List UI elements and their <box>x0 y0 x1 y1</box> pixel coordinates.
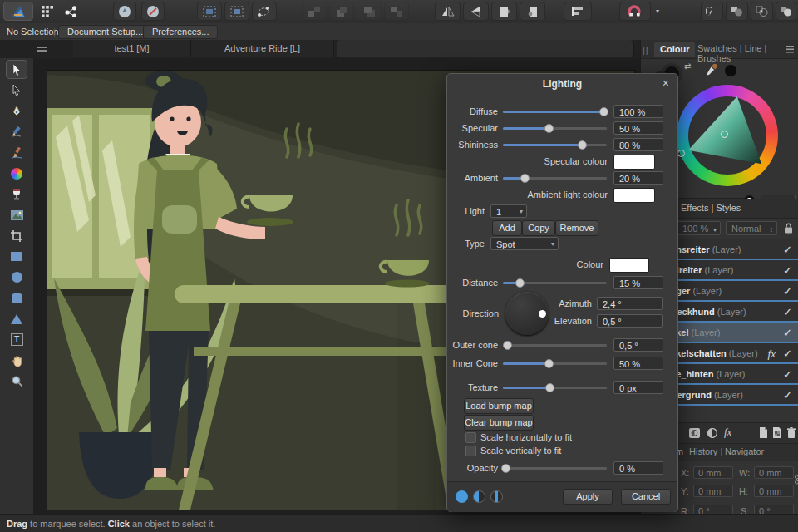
new-layer-icon[interactable] <box>759 427 768 438</box>
pentagon-slice-button[interactable] <box>141 2 165 21</box>
inner-cone-value[interactable]: 50 % <box>613 357 663 370</box>
y-field[interactable]: 0 mm <box>693 485 733 497</box>
opacity-value[interactable]: 0 % <box>613 461 663 475</box>
move-forward-one-button[interactable] <box>357 2 382 21</box>
tab-effects-styles[interactable]: Effects | Styles <box>681 203 741 213</box>
preview-full-icon[interactable] <box>456 490 468 503</box>
doc-tab-test1[interactable]: test1 [M] <box>73 40 191 57</box>
persona-grid-button[interactable] <box>37 2 58 21</box>
adjustment-icon[interactable] <box>707 428 717 438</box>
clear-bump-map-button[interactable]: Clear bump map <box>464 415 534 431</box>
boolean-add-button[interactable] <box>701 2 723 21</box>
texture-slider[interactable] <box>503 387 607 389</box>
apply-button[interactable]: Apply <box>563 489 613 505</box>
layer-visibility-checkbox[interactable]: ✓ <box>783 281 792 302</box>
preview-half-icon[interactable] <box>473 490 485 503</box>
boolean-subtract-button[interactable] <box>726 2 748 21</box>
copy-light-button[interactable]: Copy <box>522 220 555 236</box>
noise-swatch[interactable] <box>724 64 737 77</box>
colour-picker-tool[interactable] <box>6 164 27 183</box>
affinity-logo-button[interactable] <box>3 2 33 21</box>
add-light-button[interactable]: Add <box>492 220 522 236</box>
doc-tab-adventure-ride[interactable]: Adventure Ride [L] <box>191 40 334 57</box>
rotate-ccw-button[interactable] <box>491 2 517 21</box>
blend-mode-dropdown[interactable]: Normal↕ <box>726 221 777 235</box>
light-type-dropdown[interactable]: Spot▾ <box>490 237 559 250</box>
layer-visibility-checkbox[interactable]: ✓ <box>783 323 792 343</box>
preview-split-icon[interactable] <box>490 490 503 503</box>
load-bump-map-button[interactable]: Load bump map <box>464 398 534 414</box>
boolean-intersect-button[interactable] <box>751 2 773 21</box>
triangle-tool[interactable] <box>6 309 27 328</box>
pen-tool[interactable] <box>6 101 27 121</box>
vector-crop-tool[interactable] <box>6 226 27 245</box>
scale-vertically-checkbox[interactable] <box>466 446 476 456</box>
move-back-one-button[interactable] <box>329 2 354 21</box>
trash-icon[interactable] <box>787 427 796 438</box>
place-image-tool[interactable] <box>6 205 27 224</box>
snapping-caret-button[interactable]: ▾ <box>652 2 663 21</box>
layer-visibility-checkbox[interactable]: ✓ <box>783 302 792 323</box>
specular-value[interactable]: 50 % <box>613 121 663 135</box>
h-field[interactable]: 0 mm <box>754 485 794 497</box>
artboard-menu-icon[interactable] <box>37 45 47 52</box>
fx-icon[interactable]: fx <box>724 426 732 439</box>
marquee-fill-button[interactable] <box>224 2 249 21</box>
outer-cone-slider[interactable] <box>503 344 607 347</box>
wh-link-icon[interactable] <box>795 474 798 492</box>
texture-value[interactable]: 0 px <box>613 381 663 394</box>
ambient-slider[interactable] <box>503 177 607 180</box>
rounded-rectangle-tool[interactable] <box>6 288 27 308</box>
ambient-value[interactable]: 20 % <box>613 171 663 185</box>
outer-cone-value[interactable]: 0,5 ° <box>613 338 663 352</box>
boolean-divide-button[interactable] <box>776 2 796 21</box>
w-field[interactable]: 0 mm <box>754 466 794 479</box>
preferences-button[interactable]: Preferences... <box>143 25 218 39</box>
remove-light-button[interactable]: Remove <box>555 220 598 236</box>
panel-drag-handle[interactable]: || <box>643 45 649 55</box>
alignment-button[interactable] <box>564 2 592 21</box>
light-colour-swatch[interactable] <box>609 258 649 273</box>
layer-visibility-checkbox[interactable]: ✓ <box>783 385 792 406</box>
new-pixel-layer-icon[interactable] <box>772 427 782 438</box>
swap-colours-icon[interactable]: ⇄ <box>684 62 691 71</box>
shininess-value[interactable]: 80 % <box>613 138 663 151</box>
diffuse-value[interactable]: 100 % <box>613 105 663 118</box>
layer-visibility-checkbox[interactable]: ✓ <box>783 364 792 385</box>
layer-visibility-checkbox[interactable]: ✓ <box>783 343 792 364</box>
artistic-text-tool[interactable]: T <box>6 330 27 349</box>
x-field[interactable]: 0 mm <box>693 466 733 479</box>
document-setup-button[interactable]: Document Setup... <box>58 25 152 39</box>
transparency-tool[interactable] <box>6 185 27 204</box>
panel-menu-icon[interactable] <box>786 46 794 53</box>
close-icon[interactable]: × <box>663 76 669 90</box>
snapping-button[interactable] <box>619 2 651 21</box>
inner-cone-slider[interactable] <box>503 362 607 365</box>
rotate-cw-button[interactable] <box>520 2 545 21</box>
tab-history[interactable]: History|Navigator <box>689 446 764 456</box>
triangle-marker[interactable] <box>721 131 728 138</box>
ambient-light-colour-swatch[interactable] <box>613 188 655 203</box>
shininess-slider[interactable] <box>503 144 607 146</box>
layer-visibility-checkbox[interactable]: ✓ <box>783 260 792 281</box>
flip-horizontal-button[interactable] <box>435 2 461 21</box>
flip-vertical-button[interactable] <box>463 2 489 21</box>
rectangle-tool[interactable] <box>6 247 27 266</box>
lock-icon[interactable] <box>784 223 793 234</box>
marquee-rect-button[interactable] <box>197 2 222 21</box>
move-tool[interactable] <box>6 60 27 79</box>
scale-horizontally-checkbox[interactable] <box>466 432 476 443</box>
specular-colour-swatch[interactable] <box>613 155 655 170</box>
azimuth-field[interactable]: 2,4 ° <box>597 297 663 310</box>
distance-value[interactable]: 15 % <box>613 276 663 289</box>
distance-slider[interactable] <box>503 282 607 284</box>
vector-brush-tool[interactable] <box>6 143 27 162</box>
mask-icon[interactable] <box>689 428 700 438</box>
eyedropper-icon[interactable] <box>706 63 717 76</box>
layer-opacity-dropdown[interactable]: 100 %▾ <box>677 221 721 235</box>
opacity-slider[interactable] <box>503 467 607 470</box>
view-tool[interactable] <box>6 351 27 370</box>
zoom-tool[interactable] <box>6 372 27 391</box>
cancel-button[interactable]: Cancel <box>621 489 671 505</box>
node-tool[interactable] <box>6 81 27 100</box>
